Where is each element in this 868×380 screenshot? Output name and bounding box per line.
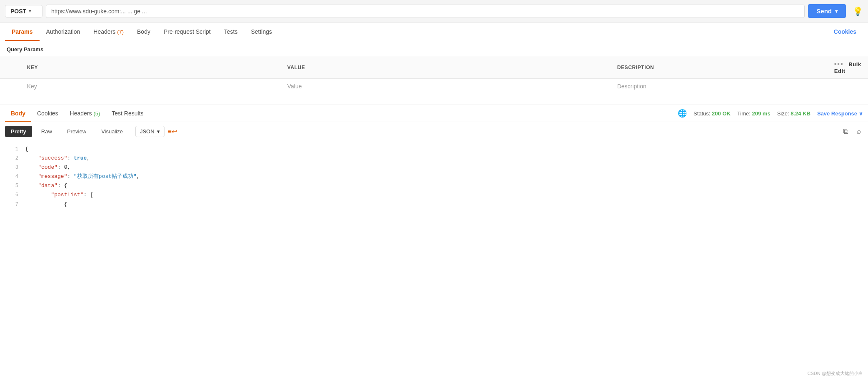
tab-cookies[interactable]: Cookies: [827, 22, 863, 41]
col-key-header: KEY: [20, 56, 281, 79]
tab-prerequest[interactable]: Pre-request Script: [157, 22, 217, 41]
request-tabs: Params Authorization Headers (7) Body Pr…: [0, 22, 868, 41]
method-chevron: ▾: [29, 8, 31, 14]
table-row: Key Value Description: [0, 79, 868, 94]
more-options-icon[interactable]: •••: [834, 60, 844, 68]
code-line-1: 1 {: [0, 145, 868, 154]
size-label: Size: 8.24 KB: [777, 110, 811, 117]
method-selector[interactable]: POST ▾: [5, 5, 42, 18]
query-params-label: Query Params: [0, 41, 868, 56]
send-chevron: ▾: [835, 8, 838, 14]
col-check-header: [0, 56, 20, 79]
format-select[interactable]: JSON ▾: [135, 126, 165, 137]
row-actions-cell: [828, 79, 868, 94]
response-tab-test-results[interactable]: Test Results: [106, 105, 149, 122]
section-divider: [0, 101, 868, 101]
code-line-3: 3 "code": 0,: [0, 163, 868, 172]
desc-cell[interactable]: Description: [611, 79, 828, 94]
filter-icon[interactable]: ≡↩: [168, 128, 177, 135]
col-desc-header: DESCRIPTION: [611, 56, 828, 79]
value-cell[interactable]: Value: [281, 79, 611, 94]
code-line-4: 4 "message": "获取所有post帖子成功",: [0, 172, 868, 181]
search-icon[interactable]: ⌕: [855, 125, 863, 138]
response-tab-body[interactable]: Body: [5, 105, 31, 122]
method-label: POST: [10, 8, 26, 15]
time-label: Time: 209 ms: [737, 110, 771, 117]
send-button[interactable]: Send ▾: [808, 4, 846, 18]
status-label: Status: 200 OK: [693, 110, 731, 117]
url-input[interactable]: [46, 5, 805, 18]
col-actions-header: ••• Bulk Edit: [828, 56, 868, 79]
globe-icon: 🌐: [678, 109, 687, 118]
code-line-2: 2 "success": true,: [0, 154, 868, 163]
code-area[interactable]: 1 { 2 "success": true, 3 "code": 0, 4 "m…: [0, 141, 868, 229]
response-tab-cookies[interactable]: Cookies: [31, 105, 64, 122]
col-value-header: VALUE: [281, 56, 611, 79]
url-bar: POST ▾ Send ▾ 💡: [0, 0, 868, 22]
save-response-button[interactable]: Save Response ∨: [817, 110, 863, 117]
key-cell[interactable]: Key: [20, 79, 281, 94]
lightbulb-icon[interactable]: 💡: [853, 6, 863, 16]
tab-authorization[interactable]: Authorization: [40, 22, 87, 41]
send-label: Send: [816, 8, 832, 15]
status-value: 200 OK: [712, 110, 731, 117]
time-value: 209 ms: [752, 110, 771, 117]
tab-tests[interactable]: Tests: [217, 22, 244, 41]
response-section: Body Cookies Headers (5) Test Results 🌐 …: [0, 105, 868, 229]
format-raw-button[interactable]: Raw: [35, 126, 58, 137]
size-value: 8.24 KB: [791, 110, 811, 117]
headers-badge: (7): [117, 29, 124, 35]
code-line-5: 5 "data": {: [0, 181, 868, 190]
tab-headers[interactable]: Headers (7): [87, 22, 130, 41]
tab-body[interactable]: Body: [130, 22, 157, 41]
response-tab-headers[interactable]: Headers (5): [64, 105, 106, 122]
format-visualize-button[interactable]: Visualize: [95, 126, 129, 137]
response-tabs-row: Body Cookies Headers (5) Test Results 🌐 …: [0, 105, 868, 122]
copy-icon[interactable]: ⧉: [841, 125, 850, 138]
response-meta: 🌐 Status: 200 OK Time: 209 ms Size: 8.24…: [678, 109, 863, 118]
format-pretty-button[interactable]: Pretty: [5, 126, 32, 137]
tab-params[interactable]: Params: [5, 22, 40, 41]
format-bar: Pretty Raw Preview Visualize JSON ▾ ≡↩ ⧉…: [0, 122, 868, 141]
response-right-icons: ⧉ ⌕: [841, 125, 863, 138]
format-preview-button[interactable]: Preview: [61, 126, 92, 137]
tab-settings[interactable]: Settings: [244, 22, 279, 41]
code-line-6: 6 "postList": [: [0, 190, 868, 200]
code-line-7: 7 {: [0, 200, 868, 209]
row-checkbox-cell: [0, 79, 20, 94]
params-table: KEY VALUE DESCRIPTION ••• Bulk Edit Key …: [0, 56, 868, 94]
response-headers-badge: (5): [93, 110, 100, 117]
